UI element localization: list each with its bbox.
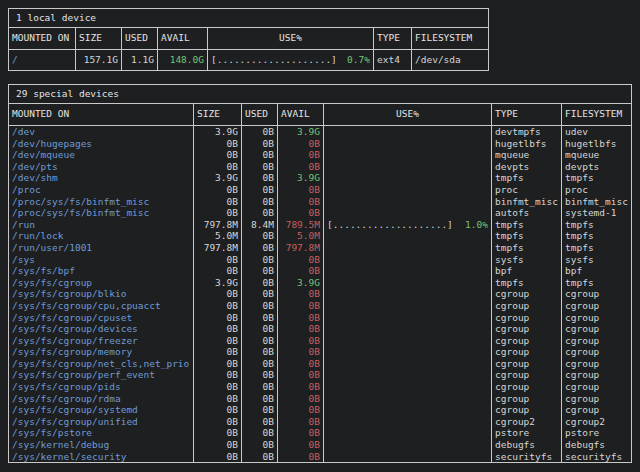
- device-row: /sys/kernel/security 0B 0B 0B securityfs…: [9, 451, 631, 463]
- used-value: 0B: [241, 381, 277, 393]
- fs-type: hugetlbfs: [491, 138, 561, 150]
- filesystem-name: cgroup: [561, 335, 631, 347]
- device-row: /dev/hugepages 0B 0B 0B hugetlbfs hugetl…: [9, 138, 631, 150]
- size-value: 0B: [193, 300, 241, 312]
- fs-type: bpf: [491, 265, 561, 277]
- used-value: 0B: [241, 149, 277, 161]
- device-row: /sys/kernel/debug 0B 0B 0B debugfs debug…: [9, 439, 631, 451]
- fs-type: cgroup: [491, 335, 561, 347]
- fs-type: debugfs: [491, 439, 561, 451]
- usage-cell: [323, 451, 491, 463]
- used-value: 0B: [241, 265, 277, 277]
- fs-type: sysfs: [491, 254, 561, 266]
- mount-point: /sys/fs/cgroup/memory: [9, 346, 193, 358]
- filesystem-name: cgroup: [561, 393, 631, 405]
- device-row: /sys/fs/cgroup/perf_event 0B 0B 0B cgrou…: [9, 369, 631, 381]
- avail-value: 0B: [277, 312, 323, 324]
- mount-point: /sys/fs/pstore: [9, 427, 193, 439]
- used-value: 0B: [241, 451, 277, 463]
- size-value: 0B: [193, 427, 241, 439]
- used-value: 0B: [241, 346, 277, 358]
- filesystem-name: cgroup: [561, 300, 631, 312]
- filesystem-name: tmpfs: [561, 277, 631, 289]
- used-value: 0B: [241, 323, 277, 335]
- used-value: 0B: [241, 184, 277, 196]
- size-value: 0B: [193, 265, 241, 277]
- usage-cell: [323, 161, 491, 173]
- header-mounted-on: MOUNTED ON: [9, 28, 75, 49]
- size-value: 0B: [193, 288, 241, 300]
- header-use-percent: USE%: [323, 104, 491, 125]
- header-mounted-on: MOUNTED ON: [9, 104, 193, 125]
- filesystem-name: cgroup2: [561, 416, 631, 428]
- usage-cell: [....................] 1.0%: [323, 219, 491, 231]
- used-value: 0B: [241, 393, 277, 405]
- filesystem-name: cgroup: [561, 404, 631, 416]
- fs-type: tmpfs: [491, 277, 561, 289]
- size-value: 0B: [193, 196, 241, 208]
- fs-type: cgroup: [491, 393, 561, 405]
- header-used: USED: [241, 104, 277, 125]
- usage-cell: [323, 358, 491, 370]
- size-value: 3.9G: [193, 172, 241, 184]
- device-row: /proc/sys/fs/binfmt_misc 0B 0B 0B binfmt…: [9, 196, 631, 208]
- avail-value: 0B: [277, 254, 323, 266]
- size-value: 0B: [193, 149, 241, 161]
- mount-point: /proc/sys/fs/binfmt_misc: [9, 207, 193, 219]
- avail-value: 0B: [277, 416, 323, 428]
- header-type: TYPE: [373, 28, 411, 49]
- header-use-percent: USE%: [207, 28, 373, 49]
- usage-cell: [323, 149, 491, 161]
- fs-type: cgroup: [491, 358, 561, 370]
- mount-point: /dev/hugepages: [9, 138, 193, 150]
- usage-cell: [....................] 0.7%: [207, 50, 373, 70]
- device-row: /sys/fs/cgroup/pids 0B 0B 0B cgroup cgro…: [9, 381, 631, 393]
- size-value: 0B: [193, 138, 241, 150]
- filesystem-name: tmpfs: [561, 172, 631, 184]
- avail-value: 0B: [277, 335, 323, 347]
- size-value: 0B: [193, 161, 241, 173]
- mount-point: /dev/shm: [9, 172, 193, 184]
- fs-type: securityfs: [491, 451, 561, 463]
- used-value: 0B: [241, 439, 277, 451]
- fs-type: cgroup: [491, 381, 561, 393]
- filesystem-name: cgroup: [561, 381, 631, 393]
- device-row: /sys/fs/cgroup/cpuset 0B 0B 0B cgroup cg…: [9, 312, 631, 324]
- usage-bar: [....................]: [327, 219, 453, 231]
- usage-bar: [....................]: [211, 50, 337, 70]
- used-value: 0B: [241, 416, 277, 428]
- fs-type: mqueue: [491, 149, 561, 161]
- usage-cell: [323, 288, 491, 300]
- mount-point: /sys/fs/bpf: [9, 265, 193, 277]
- avail-value: 0B: [277, 184, 323, 196]
- mount-point: /sys/fs/cgroup/devices: [9, 323, 193, 335]
- used-value: 0B: [241, 404, 277, 416]
- mount-point: /sys: [9, 254, 193, 266]
- mount-point: /proc: [9, 184, 193, 196]
- mount-point: /sys/kernel/debug: [9, 439, 193, 451]
- size-value: 0B: [193, 323, 241, 335]
- avail-value: 5.0M: [277, 230, 323, 242]
- mount-point: /sys/fs/cgroup/rdma: [9, 393, 193, 405]
- avail-value: 0B: [277, 451, 323, 463]
- mount-point: /sys/fs/cgroup/cpuset: [9, 312, 193, 324]
- local-table-rows: / 157.1G 1.1G 148.0G [..................…: [9, 50, 488, 70]
- header-filesystem: FILESYSTEM: [411, 28, 488, 49]
- mount-point: /dev/pts: [9, 161, 193, 173]
- usage-cell: [323, 312, 491, 324]
- size-value: 0B: [193, 416, 241, 428]
- mount-point: /sys/fs/cgroup/perf_event: [9, 369, 193, 381]
- device-row: /sys/fs/cgroup/freezer 0B 0B 0B cgroup c…: [9, 335, 631, 347]
- size-value: 797.8M: [193, 242, 241, 254]
- used-value: 0B: [241, 242, 277, 254]
- special-table-title: 29 special devices: [9, 85, 631, 104]
- filesystem-name: sysfs: [561, 254, 631, 266]
- avail-value: 0B: [277, 161, 323, 173]
- filesystem-name: cgroup: [561, 369, 631, 381]
- usage-cell: [323, 335, 491, 347]
- header-avail: AVAIL: [157, 28, 207, 49]
- filesystem-name: proc: [561, 184, 631, 196]
- fs-type: cgroup: [491, 346, 561, 358]
- fs-type: tmpfs: [491, 242, 561, 254]
- filesystem-name: cgroup: [561, 358, 631, 370]
